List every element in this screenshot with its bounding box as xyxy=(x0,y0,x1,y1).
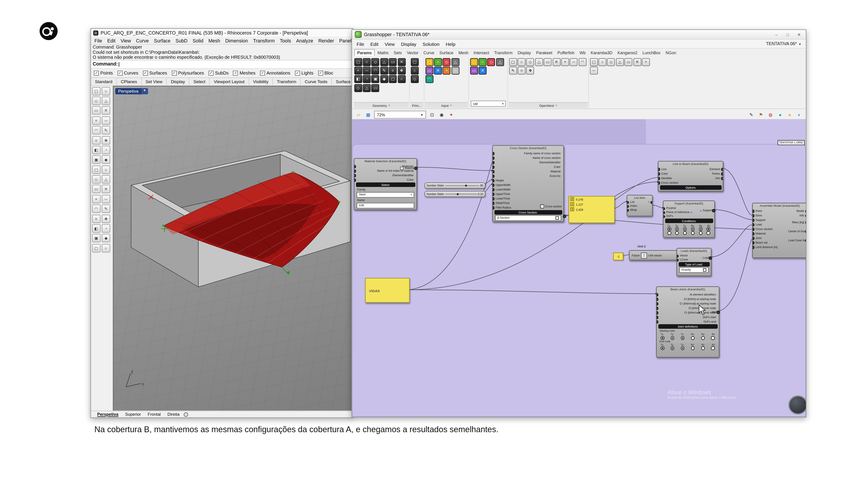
node-input[interactable]: Family name of cross section xyxy=(493,151,563,156)
rectangle-icon[interactable]: ◠ xyxy=(92,126,101,135)
filter-polysurfaces[interactable]: ✓Polysurfaces xyxy=(172,71,204,76)
node-input[interactable]: ElementIdentifier xyxy=(354,173,416,177)
checkbox-icon[interactable]: ✓ xyxy=(117,71,123,76)
menu-view[interactable]: View xyxy=(385,41,395,46)
menu-curve[interactable]: Curve xyxy=(136,37,149,43)
node-cross-section[interactable]: Cross Section (Karamba3D) Family name of… xyxy=(492,145,564,222)
geometry-param-icon[interactable]: ○ xyxy=(363,58,371,66)
text-icon[interactable]: ○ xyxy=(102,244,110,252)
geometry-param-icon[interactable]: ▢ xyxy=(389,75,397,84)
node-input[interactable]: Beam set xyxy=(753,240,785,245)
palette-group-label[interactable]: Input▾ xyxy=(425,102,468,108)
opennest-tool-icon[interactable]: ❖ xyxy=(526,67,534,74)
geometry-param-icon[interactable]: ▭ xyxy=(372,84,379,92)
polyline-icon[interactable]: △ xyxy=(102,97,110,105)
node-input[interactable]: LowerThick xyxy=(493,196,563,201)
geometry-param-icon[interactable]: ◇ xyxy=(354,84,362,92)
dof-toggle[interactable] xyxy=(683,227,687,231)
geometry-param-icon[interactable]: ✎ xyxy=(380,67,388,74)
extra-tool-icon[interactable]: ▭ xyxy=(625,58,632,66)
tab-ngon[interactable]: NGon xyxy=(663,50,679,56)
node-output[interactable]: Element xyxy=(697,167,723,171)
node-input[interactable]: Joint xyxy=(753,236,785,240)
dof-radio[interactable] xyxy=(671,336,674,339)
geometry-param-icon[interactable]: + xyxy=(354,67,362,74)
extra-tool-icon[interactable]: ✕ xyxy=(633,58,641,66)
node-output[interactable]: Load Case Names xyxy=(785,236,806,245)
dof-toggle[interactable] xyxy=(675,227,679,231)
tab-display[interactable]: Display xyxy=(167,78,189,86)
save-definition-icon[interactable]: ▦ xyxy=(365,111,372,119)
input-param-icon[interactable]: ○ xyxy=(434,58,442,66)
viewport-title[interactable]: Perspetiva xyxy=(115,88,141,94)
checkbox-icon[interactable]: ✓ xyxy=(295,71,300,76)
viewport-tab-perspetiva[interactable]: Perspetiva xyxy=(94,412,121,417)
node-output[interactable]: Mass [kg] xyxy=(785,218,806,227)
slider-handle-icon[interactable]: ◆ xyxy=(465,183,467,187)
sphere-icon[interactable]: ▣ xyxy=(92,156,101,164)
chamfer-icon[interactable]: ✕ xyxy=(102,185,110,194)
array-icon[interactable]: ◆ xyxy=(102,234,110,242)
node-output[interactable]: Joint xyxy=(711,310,717,314)
dof-radio[interactable] xyxy=(691,347,694,350)
dof-radio[interactable] xyxy=(711,336,715,339)
options-bar[interactable]: Options xyxy=(660,185,721,190)
palette-group-label[interactable]: Geometry▾ xyxy=(354,102,409,108)
dof-toggle[interactable] xyxy=(699,231,702,234)
circle-icon[interactable]: + xyxy=(92,116,101,125)
gh-canvas[interactable]: TENTATIVA 1 GRID Material Selection (Kar… xyxy=(352,119,806,417)
node-output-port[interactable] xyxy=(562,214,563,218)
curve-freeform-icon[interactable]: ⌗ xyxy=(92,136,101,144)
filter-lights[interactable]: ✓Lights xyxy=(295,71,313,76)
tab-transform[interactable]: Transform xyxy=(492,50,515,56)
node-input[interactable]: DoFs-start xyxy=(657,315,719,319)
tab-surface[interactable]: Surface xyxy=(437,50,456,56)
menu-surface[interactable]: Surface xyxy=(154,37,170,43)
yellow-sphere-icon[interactable]: ● xyxy=(786,111,794,119)
node-output[interactable]: Points xyxy=(697,171,723,176)
fillet-icon[interactable]: ▭ xyxy=(92,185,101,194)
copy-tool-icon[interactable]: ❖ xyxy=(102,215,110,223)
section-type-dropdown[interactable]: β-Section xyxy=(495,215,561,221)
dof-radio[interactable] xyxy=(691,336,694,339)
menu-panels[interactable]: Panels xyxy=(339,37,353,43)
geometry-param-icon[interactable]: ◇ xyxy=(372,58,379,66)
checkbox-icon[interactable]: ✓ xyxy=(209,71,214,76)
marker-tag-icon[interactable]: ⚑ xyxy=(757,111,765,119)
opennest-tool-icon[interactable]: ◠ xyxy=(579,58,586,66)
node-output[interactable]: Material xyxy=(400,166,415,170)
mirror-tool-icon[interactable]: ▣ xyxy=(92,234,101,242)
geometry-param-icon[interactable]: ◧ xyxy=(354,75,362,84)
node-assemble-model[interactable]: Assemble Model (Karamba3D) Point Elem Su… xyxy=(752,203,806,258)
split-icon[interactable]: ─ xyxy=(102,195,110,203)
geometry-param-icon[interactable]: △ xyxy=(380,58,388,66)
node-input[interactable]: UpperThick xyxy=(493,192,563,196)
slider-track[interactable]: ◆ xyxy=(445,185,479,186)
explode-icon[interactable]: ✎ xyxy=(102,204,110,213)
checkbox-icon[interactable] xyxy=(540,204,544,208)
command-prompt[interactable]: Command: xyxy=(91,60,353,68)
point-icon[interactable]: ◇ xyxy=(92,97,101,105)
filter-meshes[interactable]: ✓Meshes xyxy=(233,71,255,76)
node-input[interactable]: Material xyxy=(493,169,563,173)
opennest-tool-icon[interactable]: ○ xyxy=(518,58,526,66)
input-param-icon[interactable]: ◠ xyxy=(426,75,433,84)
util-param-icon[interactable]: △ xyxy=(496,58,504,66)
zoom-selection-icon[interactable]: ⊡ xyxy=(428,111,436,119)
tab-transform[interactable]: Transform xyxy=(273,78,301,86)
menu-solid[interactable]: Solid xyxy=(193,37,203,43)
cross-section-checkbox[interactable]: Cross section xyxy=(540,204,562,208)
node-input[interactable]: Index xyxy=(627,204,642,208)
menu-solution[interactable]: Solution xyxy=(423,41,439,46)
tab-sets[interactable]: Sets xyxy=(391,50,404,56)
tab-params[interactable]: Params xyxy=(354,49,375,56)
tab-select[interactable]: Select xyxy=(189,78,210,86)
node-input[interactable]: ElementIdentifier xyxy=(493,160,563,164)
viewport-tab-direita[interactable]: Direita xyxy=(164,412,182,417)
input-param-icon[interactable]: ▭ xyxy=(426,67,433,74)
box-icon[interactable]: ◔ xyxy=(102,146,110,154)
dimension-icon[interactable]: ▢ xyxy=(92,244,101,252)
arc-icon[interactable]: ✕ xyxy=(102,106,110,115)
dof-toggle[interactable] xyxy=(707,227,710,231)
geometry-param-icon[interactable]: ◔ xyxy=(363,75,371,84)
